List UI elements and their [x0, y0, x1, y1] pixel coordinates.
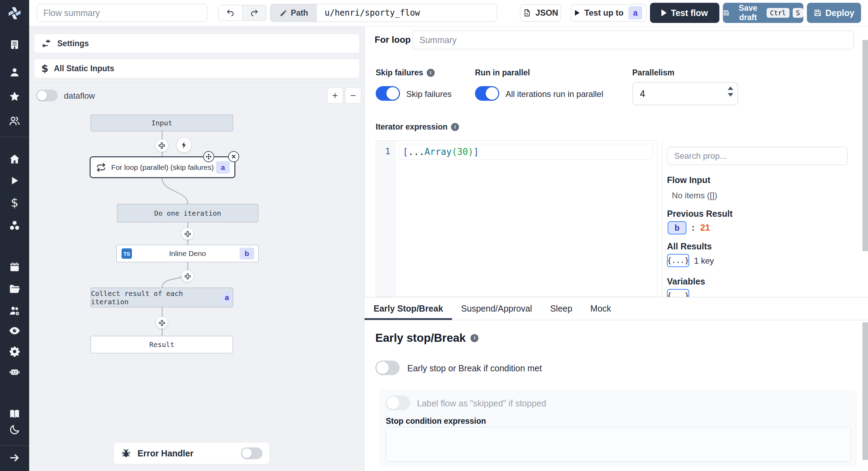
previous-result-key-badge[interactable]: b: [668, 221, 686, 234]
sidebar-divider: [0, 137, 29, 137]
sidebar-item-dark-mode[interactable]: [0, 423, 29, 437]
divider: [29, 82, 365, 83]
skip-failures-toggle[interactable]: [376, 86, 400, 101]
iterator-code-editor[interactable]: 1 [...Array(30)]: [376, 140, 657, 297]
all-results-object-badge[interactable]: {...}: [667, 254, 689, 267]
variables-heading: Variables: [667, 276, 705, 287]
sidebar-item-home[interactable]: [0, 152, 29, 166]
scrollbar-upper[interactable]: [862, 40, 868, 251]
delete-step-button[interactable]: ×: [228, 151, 239, 162]
decrement-button[interactable]: [728, 93, 733, 97]
dollar-icon: $: [11, 196, 18, 209]
undo-redo-group: [218, 5, 266, 21]
search-prop-input[interactable]: [667, 147, 848, 165]
add-trigger-button[interactable]: [177, 138, 191, 152]
early-stop-heading: Early stop/Break: [375, 331, 478, 345]
deploy-button[interactable]: Deploy: [807, 3, 861, 23]
info-icon[interactable]: [451, 123, 459, 131]
tab-mock[interactable]: Mock: [581, 297, 620, 320]
settings-button[interactable]: Settings: [34, 34, 360, 53]
sidebar-item-logo[interactable]: [0, 5, 29, 22]
sidebar-item-favorites[interactable]: [0, 90, 29, 104]
tab-sleep[interactable]: Sleep: [541, 297, 581, 320]
tab-suspend-approval[interactable]: Suspend/Approval: [452, 297, 541, 320]
sidebar-item-resources[interactable]: [0, 218, 29, 232]
plus-icon: [184, 230, 192, 238]
folder-icon: [9, 283, 20, 295]
all-results-heading: All Results: [667, 241, 712, 251]
sliders-icon: [41, 38, 52, 49]
gear-icon: [9, 346, 20, 357]
flow-node-inline-deno[interactable]: TS Inline Deno b: [116, 245, 259, 262]
run-in-parallel-toggle-label: All iterations run in parallel: [506, 89, 603, 99]
flow-summary-input[interactable]: [37, 4, 207, 22]
sidebar-item-settings[interactable]: [0, 345, 29, 358]
add-step-button[interactable]: [182, 270, 193, 282]
early-stop-settings-card: Label flow as "skipped" if stopped Stop …: [380, 390, 856, 466]
info-icon[interactable]: [470, 334, 478, 342]
sidebar-divider: [0, 445, 29, 446]
dataflow-toggle[interactable]: [36, 90, 58, 101]
robot-icon: [9, 366, 20, 378]
flow-node-forloop[interactable]: For loop (parallel) (skip failures) a: [90, 156, 235, 178]
path-value-input[interactable]: u/henri/sporty_flow: [317, 4, 497, 22]
run-in-parallel-toggle[interactable]: [475, 86, 499, 101]
tab-early-stop-break[interactable]: Early Stop/Break: [365, 297, 452, 320]
add-step-button[interactable]: [182, 228, 193, 240]
sidebar-item-audit-logs[interactable]: [0, 324, 29, 338]
redo-button[interactable]: [242, 5, 266, 20]
node-label: Collect result of each iteration: [91, 289, 216, 306]
sidebar-item-workspace[interactable]: [0, 38, 29, 51]
scrollbar-lower[interactable]: [862, 322, 868, 460]
sidebar-item-groups[interactable]: [0, 114, 29, 128]
sidebar-item-schedules[interactable]: [0, 260, 29, 274]
zoom-out-button[interactable]: −: [345, 88, 361, 104]
variables-object-badge[interactable]: {...}: [667, 289, 689, 297]
eye-icon: [8, 324, 21, 337]
code-token: Array: [425, 147, 452, 157]
json-button[interactable]: JSON: [520, 4, 561, 22]
star-icon: [9, 91, 20, 102]
undo-button[interactable]: [219, 5, 242, 20]
redo-icon: [250, 8, 259, 17]
sidebar-item-docs[interactable]: [0, 407, 29, 421]
info-icon[interactable]: [427, 69, 435, 77]
code-line[interactable]: [...Array(30)]: [399, 144, 653, 160]
increment-button[interactable]: [728, 86, 733, 90]
sidebar-expand-button[interactable]: [0, 451, 29, 465]
test-up-to-button[interactable]: Test up to a: [571, 4, 646, 22]
move-step-button[interactable]: [203, 151, 214, 162]
flow-node-input[interactable]: Input: [91, 115, 233, 131]
zoom-in-button[interactable]: +: [327, 88, 343, 104]
editor-gutter: 1: [376, 141, 395, 297]
stop-condition-textarea[interactable]: [386, 427, 851, 462]
sidebar-item-ai[interactable]: [0, 365, 29, 379]
all-static-inputs-label: All Static Inputs: [54, 64, 114, 73]
flow-node-do-one-iteration[interactable]: Do one iteration: [117, 204, 258, 222]
add-step-button[interactable]: [156, 139, 168, 152]
sidebar-item-folders[interactable]: [0, 282, 29, 296]
flow-node-result[interactable]: Result: [91, 336, 233, 353]
path-button[interactable]: Path: [270, 4, 317, 22]
arrow-right-icon: [9, 452, 20, 464]
divider: [662, 140, 662, 297]
sidebar-item-workers[interactable]: [0, 304, 29, 318]
flow-node-collect-result[interactable]: Collect result of each iteration a: [91, 288, 233, 307]
error-handler-toggle[interactable]: [241, 447, 262, 459]
topbar: Path u/henri/sporty_flow JSON Test up to…: [29, 0, 868, 26]
parallelism-section-label: Parallelism: [632, 68, 674, 77]
test-flow-button[interactable]: Test flow: [650, 3, 719, 23]
stop-condition-label: Stop condition expression: [386, 416, 486, 426]
add-step-button[interactable]: [156, 317, 168, 329]
sidebar-item-user[interactable]: [0, 65, 29, 79]
parallelism-input[interactable]: 4: [632, 82, 738, 105]
summary-input[interactable]: [413, 31, 854, 49]
all-static-inputs-button[interactable]: $ All Static Inputs: [34, 59, 360, 78]
label-skipped-toggle[interactable]: [386, 396, 410, 410]
pencil-icon: [279, 9, 287, 17]
sidebar-item-runs[interactable]: [0, 174, 29, 188]
sidebar-item-variables[interactable]: $: [0, 196, 29, 209]
early-stop-toggle[interactable]: [375, 361, 400, 375]
save-draft-button[interactable]: Save draft CtrlS: [723, 3, 803, 23]
typescript-icon: TS: [122, 248, 132, 259]
